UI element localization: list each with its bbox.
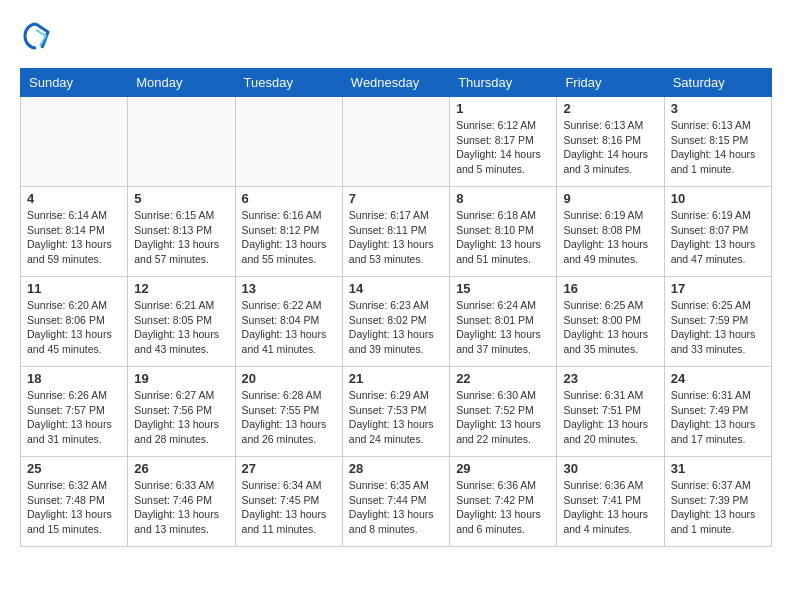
calendar-day-cell: 8Sunrise: 6:18 AM Sunset: 8:10 PM Daylig…: [450, 187, 557, 277]
day-number: 25: [27, 461, 121, 476]
day-number: 11: [27, 281, 121, 296]
calendar-day-cell: [21, 97, 128, 187]
day-number: 22: [456, 371, 550, 386]
day-number: 13: [242, 281, 336, 296]
day-number: 29: [456, 461, 550, 476]
calendar-day-cell: 13Sunrise: 6:22 AM Sunset: 8:04 PM Dayli…: [235, 277, 342, 367]
calendar-week-row: 11Sunrise: 6:20 AM Sunset: 8:06 PM Dayli…: [21, 277, 772, 367]
day-info: Sunrise: 6:29 AM Sunset: 7:53 PM Dayligh…: [349, 388, 443, 447]
calendar-day-cell: [128, 97, 235, 187]
day-number: 21: [349, 371, 443, 386]
calendar-day-cell: 16Sunrise: 6:25 AM Sunset: 8:00 PM Dayli…: [557, 277, 664, 367]
day-info: Sunrise: 6:14 AM Sunset: 8:14 PM Dayligh…: [27, 208, 121, 267]
calendar-day-cell: 18Sunrise: 6:26 AM Sunset: 7:57 PM Dayli…: [21, 367, 128, 457]
day-number: 24: [671, 371, 765, 386]
day-info: Sunrise: 6:30 AM Sunset: 7:52 PM Dayligh…: [456, 388, 550, 447]
day-info: Sunrise: 6:25 AM Sunset: 7:59 PM Dayligh…: [671, 298, 765, 357]
day-info: Sunrise: 6:13 AM Sunset: 8:15 PM Dayligh…: [671, 118, 765, 177]
calendar-day-cell: 20Sunrise: 6:28 AM Sunset: 7:55 PM Dayli…: [235, 367, 342, 457]
day-info: Sunrise: 6:13 AM Sunset: 8:16 PM Dayligh…: [563, 118, 657, 177]
calendar-day-cell: 28Sunrise: 6:35 AM Sunset: 7:44 PM Dayli…: [342, 457, 449, 547]
day-info: Sunrise: 6:17 AM Sunset: 8:11 PM Dayligh…: [349, 208, 443, 267]
calendar-week-row: 25Sunrise: 6:32 AM Sunset: 7:48 PM Dayli…: [21, 457, 772, 547]
day-number: 18: [27, 371, 121, 386]
calendar-day-cell: 3Sunrise: 6:13 AM Sunset: 8:15 PM Daylig…: [664, 97, 771, 187]
calendar-day-cell: 25Sunrise: 6:32 AM Sunset: 7:48 PM Dayli…: [21, 457, 128, 547]
calendar-day-cell: 19Sunrise: 6:27 AM Sunset: 7:56 PM Dayli…: [128, 367, 235, 457]
day-number: 19: [134, 371, 228, 386]
calendar-day-cell: 24Sunrise: 6:31 AM Sunset: 7:49 PM Dayli…: [664, 367, 771, 457]
day-number: 9: [563, 191, 657, 206]
day-number: 31: [671, 461, 765, 476]
page-header: [20, 20, 772, 52]
calendar-day-cell: 27Sunrise: 6:34 AM Sunset: 7:45 PM Dayli…: [235, 457, 342, 547]
day-info: Sunrise: 6:16 AM Sunset: 8:12 PM Dayligh…: [242, 208, 336, 267]
day-info: Sunrise: 6:32 AM Sunset: 7:48 PM Dayligh…: [27, 478, 121, 537]
logo: [20, 20, 56, 52]
day-number: 28: [349, 461, 443, 476]
day-number: 3: [671, 101, 765, 116]
day-info: Sunrise: 6:21 AM Sunset: 8:05 PM Dayligh…: [134, 298, 228, 357]
day-number: 16: [563, 281, 657, 296]
day-number: 15: [456, 281, 550, 296]
calendar-day-cell: 30Sunrise: 6:36 AM Sunset: 7:41 PM Dayli…: [557, 457, 664, 547]
calendar-table: SundayMondayTuesdayWednesdayThursdayFrid…: [20, 68, 772, 547]
day-of-week-header: Monday: [128, 69, 235, 97]
day-number: 12: [134, 281, 228, 296]
calendar-day-cell: 29Sunrise: 6:36 AM Sunset: 7:42 PM Dayli…: [450, 457, 557, 547]
calendar-header-row: SundayMondayTuesdayWednesdayThursdayFrid…: [21, 69, 772, 97]
calendar-day-cell: 31Sunrise: 6:37 AM Sunset: 7:39 PM Dayli…: [664, 457, 771, 547]
calendar-day-cell: 17Sunrise: 6:25 AM Sunset: 7:59 PM Dayli…: [664, 277, 771, 367]
day-info: Sunrise: 6:33 AM Sunset: 7:46 PM Dayligh…: [134, 478, 228, 537]
day-info: Sunrise: 6:31 AM Sunset: 7:49 PM Dayligh…: [671, 388, 765, 447]
calendar-day-cell: 10Sunrise: 6:19 AM Sunset: 8:07 PM Dayli…: [664, 187, 771, 277]
calendar-day-cell: 11Sunrise: 6:20 AM Sunset: 8:06 PM Dayli…: [21, 277, 128, 367]
calendar-day-cell: 23Sunrise: 6:31 AM Sunset: 7:51 PM Dayli…: [557, 367, 664, 457]
day-info: Sunrise: 6:31 AM Sunset: 7:51 PM Dayligh…: [563, 388, 657, 447]
calendar-day-cell: 2Sunrise: 6:13 AM Sunset: 8:16 PM Daylig…: [557, 97, 664, 187]
day-info: Sunrise: 6:20 AM Sunset: 8:06 PM Dayligh…: [27, 298, 121, 357]
calendar-day-cell: 9Sunrise: 6:19 AM Sunset: 8:08 PM Daylig…: [557, 187, 664, 277]
day-info: Sunrise: 6:15 AM Sunset: 8:13 PM Dayligh…: [134, 208, 228, 267]
day-number: 2: [563, 101, 657, 116]
day-number: 30: [563, 461, 657, 476]
day-info: Sunrise: 6:22 AM Sunset: 8:04 PM Dayligh…: [242, 298, 336, 357]
calendar-day-cell: 5Sunrise: 6:15 AM Sunset: 8:13 PM Daylig…: [128, 187, 235, 277]
day-info: Sunrise: 6:19 AM Sunset: 8:07 PM Dayligh…: [671, 208, 765, 267]
day-of-week-header: Wednesday: [342, 69, 449, 97]
calendar-day-cell: [342, 97, 449, 187]
day-number: 23: [563, 371, 657, 386]
day-number: 20: [242, 371, 336, 386]
calendar-week-row: 1Sunrise: 6:12 AM Sunset: 8:17 PM Daylig…: [21, 97, 772, 187]
calendar-day-cell: 14Sunrise: 6:23 AM Sunset: 8:02 PM Dayli…: [342, 277, 449, 367]
day-info: Sunrise: 6:36 AM Sunset: 7:42 PM Dayligh…: [456, 478, 550, 537]
day-of-week-header: Tuesday: [235, 69, 342, 97]
day-info: Sunrise: 6:26 AM Sunset: 7:57 PM Dayligh…: [27, 388, 121, 447]
day-of-week-header: Thursday: [450, 69, 557, 97]
calendar-week-row: 18Sunrise: 6:26 AM Sunset: 7:57 PM Dayli…: [21, 367, 772, 457]
day-info: Sunrise: 6:12 AM Sunset: 8:17 PM Dayligh…: [456, 118, 550, 177]
day-info: Sunrise: 6:23 AM Sunset: 8:02 PM Dayligh…: [349, 298, 443, 357]
day-number: 26: [134, 461, 228, 476]
day-info: Sunrise: 6:27 AM Sunset: 7:56 PM Dayligh…: [134, 388, 228, 447]
calendar-day-cell: [235, 97, 342, 187]
calendar-day-cell: 1Sunrise: 6:12 AM Sunset: 8:17 PM Daylig…: [450, 97, 557, 187]
day-number: 7: [349, 191, 443, 206]
calendar-day-cell: 21Sunrise: 6:29 AM Sunset: 7:53 PM Dayli…: [342, 367, 449, 457]
day-number: 4: [27, 191, 121, 206]
day-of-week-header: Saturday: [664, 69, 771, 97]
day-info: Sunrise: 6:28 AM Sunset: 7:55 PM Dayligh…: [242, 388, 336, 447]
logo-icon: [20, 20, 52, 52]
day-number: 27: [242, 461, 336, 476]
day-info: Sunrise: 6:25 AM Sunset: 8:00 PM Dayligh…: [563, 298, 657, 357]
day-info: Sunrise: 6:35 AM Sunset: 7:44 PM Dayligh…: [349, 478, 443, 537]
day-of-week-header: Sunday: [21, 69, 128, 97]
day-number: 14: [349, 281, 443, 296]
day-number: 8: [456, 191, 550, 206]
calendar-day-cell: 4Sunrise: 6:14 AM Sunset: 8:14 PM Daylig…: [21, 187, 128, 277]
day-info: Sunrise: 6:24 AM Sunset: 8:01 PM Dayligh…: [456, 298, 550, 357]
day-number: 1: [456, 101, 550, 116]
calendar-day-cell: 12Sunrise: 6:21 AM Sunset: 8:05 PM Dayli…: [128, 277, 235, 367]
calendar-day-cell: 7Sunrise: 6:17 AM Sunset: 8:11 PM Daylig…: [342, 187, 449, 277]
day-info: Sunrise: 6:34 AM Sunset: 7:45 PM Dayligh…: [242, 478, 336, 537]
